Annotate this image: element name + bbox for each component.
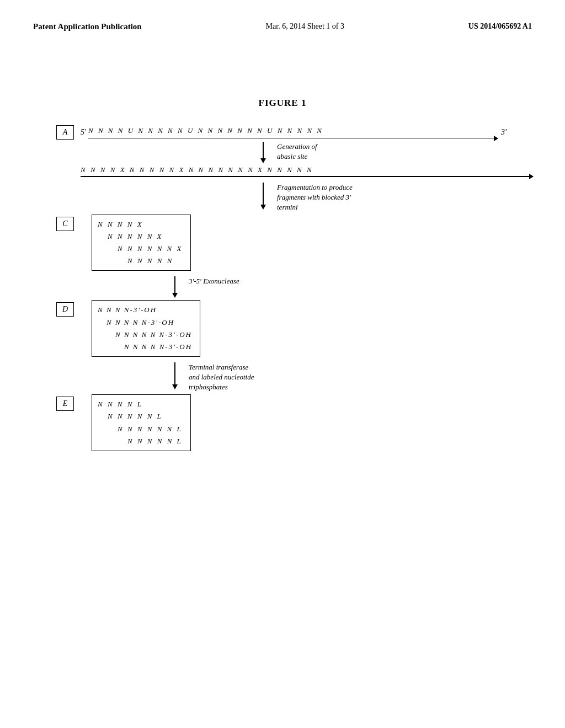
row-b: N N N N X N N N N N X N N N N N N N X N …	[81, 165, 533, 177]
vert-arrow4	[167, 362, 183, 389]
row-e-line2: N N N N N L	[98, 412, 163, 420]
arrow3-section: 3'-5' Exonuclease	[167, 276, 239, 298]
arrow1-annotation: Generation of abasic site	[277, 142, 317, 162]
arrow2-section: Fragmentation to produce fragments with …	[255, 183, 353, 213]
arrow4-annotation: Terminal transferase and labeled nucleot…	[189, 362, 254, 393]
row-c-line3: N N N N N N X	[98, 244, 183, 253]
vert-arrow1	[255, 142, 271, 163]
figure-container: FIGURE 1 A 5' N N N N U N N N N N U N N …	[0, 98, 565, 453]
row-c-line1: N N N N X	[98, 220, 143, 228]
row-d-box: N N N N-3'-OH N N N N N-3'-OH N N N N N …	[92, 300, 200, 356]
row-d-line1: N N N N-3'-OH	[98, 306, 157, 314]
row-a-sequence: N N N N U N N N N N U N N N N N N N U N …	[88, 126, 498, 137]
label-d: D	[56, 302, 74, 317]
row-d: D N N N N-3'-OH N N N N N-3'-OH N N N N …	[56, 300, 509, 356]
row-d-line3: N N N N N N-3'-OH	[98, 330, 192, 339]
page-header: Patent Application Publication Mar. 6, 2…	[0, 0, 565, 31]
vert-arrow2	[255, 183, 271, 210]
row-d-line2: N N N N N-3'-OH	[98, 318, 174, 326]
row-c: C N N N N X N N N N N X N N N N N N X N …	[56, 215, 509, 271]
row-e-line4: N N N N N L	[98, 437, 183, 445]
arrow4-section: Terminal transferase and labeled nucleot…	[167, 362, 254, 393]
row-e-box: N N N N L N N N N N L N N N N N N L N N …	[92, 394, 191, 451]
arrow3-annotation: 3'-5' Exonuclease	[189, 276, 239, 286]
row-e-line3: N N N N N N L	[98, 425, 183, 433]
row-a: A 5' N N N N U N N N N N U N N N N N N N…	[56, 125, 509, 140]
header-center: Mar. 6, 2014 Sheet 1 of 3	[266, 22, 344, 31]
label-e: E	[56, 397, 74, 411]
row-b-sequence: N N N N X N N N N N X N N N N N N N X N …	[81, 165, 533, 176]
prime3-label: 3'	[501, 128, 507, 137]
row-d-line4: N N N N N-3'-OH	[98, 342, 192, 351]
diagram: A 5' N N N N U N N N N N U N N N N N N N…	[56, 125, 509, 453]
vert-arrow3	[167, 276, 183, 298]
row-c-box: N N N N X N N N N N X N N N N N N X N N …	[92, 215, 191, 271]
label-c: C	[56, 217, 74, 231]
label-a: A	[56, 125, 74, 140]
header-right: US 2014/065692 A1	[468, 22, 532, 31]
row-e: E N N N N L N N N N N L N N N N N N L N …	[56, 394, 509, 451]
figure-title: FIGURE 1	[259, 98, 307, 109]
row-c-line4: N N N N N	[98, 256, 173, 265]
row-e-line1: N N N N L	[98, 400, 143, 408]
row-c-line2: N N N N N X	[98, 232, 163, 240]
arrow1-section: Generation of abasic site	[255, 142, 317, 163]
header-left: Patent Application Publication	[33, 22, 142, 31]
arrow2-annotation: Fragmentation to produce fragments with …	[277, 183, 353, 213]
prime5-label: 5'	[81, 128, 86, 137]
